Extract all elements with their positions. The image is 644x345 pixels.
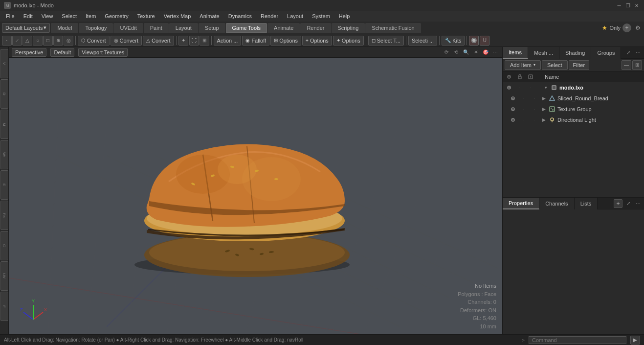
convert-button-1[interactable]: ⬡ Convert [78, 36, 110, 46]
default-view-tab[interactable]: Default [50, 48, 74, 57]
close-button[interactable]: ✕ [633, 2, 640, 9]
items-tab-groups[interactable]: Groups [591, 47, 621, 59]
pivot-button[interactable]: ⊕ [53, 36, 63, 46]
menu-item-animate[interactable]: Animate [196, 12, 223, 20]
convert-button-3[interactable]: △ Convert [143, 36, 174, 46]
layout-tab-scripting[interactable]: Scripting [332, 23, 365, 33]
select-i-button[interactable]: Selecti ... [408, 36, 437, 46]
options-button-3[interactable]: ✦ Options [333, 36, 364, 46]
falloff-button[interactable]: ◉ Falloff [242, 36, 269, 46]
maximize-button[interactable]: ❐ [624, 2, 631, 9]
select-t-button[interactable]: ◻ Select T... [368, 36, 404, 46]
viewport-textures-tab[interactable]: Viewport Textures [78, 48, 128, 57]
layout-tab-render[interactable]: Render [300, 23, 331, 33]
list-item[interactable]: · · ▾ modo.lxo [503, 82, 644, 93]
expand-icon[interactable]: ▶ [541, 95, 547, 101]
list-item[interactable]: · · ▶ Directional Light [503, 115, 644, 125]
properties-tab-properties[interactable]: Properties [503, 198, 539, 209]
layout-tab-setup[interactable]: Setup [199, 23, 225, 33]
ue-icon-button[interactable]: 🔘 [469, 36, 479, 46]
viewport-canvas[interactable]: X Z Y No Items Polygons : Face Channels:… [9, 58, 502, 334]
add-item-button[interactable]: Add Item ▾ [505, 60, 541, 70]
layout-tab-model[interactable]: Model [51, 23, 78, 33]
list-item[interactable]: · · ▶ Sliced_Round_Bread [503, 93, 644, 104]
execute-command-button[interactable]: ▶ [630, 336, 640, 345]
panel-options-icon[interactable]: ⋯ [634, 49, 642, 57]
add-property-button[interactable]: + [614, 199, 622, 208]
center-button[interactable]: ◎ [64, 36, 73, 46]
transform-icon[interactable]: ✦ [178, 36, 188, 46]
viewport[interactable]: Perspective Default Viewport Textures ⟳ … [9, 47, 502, 334]
menu-item-geometry[interactable]: Geometry [101, 12, 132, 20]
command-input[interactable] [529, 336, 626, 344]
layout-tab-layout[interactable]: Layout [169, 23, 198, 33]
layout-tab-uvedit[interactable]: UVEdit [113, 23, 143, 33]
items-filter-icon[interactable]: ⊞ [632, 60, 642, 70]
select-button[interactable]: Select [542, 60, 568, 70]
vertices-mode-button[interactable]: · [2, 36, 12, 46]
props-options-icon[interactable]: ⋯ [634, 200, 642, 207]
filter-button[interactable]: Filter [569, 60, 589, 70]
items-mode-button[interactable]: ○ [33, 36, 43, 46]
materials-mode-button[interactable]: □ [43, 36, 53, 46]
minimize-button[interactable]: ─ [616, 2, 622, 9]
eye-icon[interactable] [506, 85, 512, 91]
eye-icon[interactable] [510, 106, 516, 112]
symmetry-button[interactable]: ⊞ [200, 36, 209, 46]
menu-item-texture[interactable]: Texture [133, 12, 159, 20]
unreal-button[interactable]: U [480, 36, 489, 46]
list-item[interactable]: · · ▶ Texture Group [503, 104, 644, 115]
add-layout-button[interactable]: + [622, 23, 631, 32]
convert-button-2[interactable]: ◎ Convert [111, 36, 142, 46]
sidebar-tab-2[interactable]: M [0, 110, 8, 139]
layout-tab-paint[interactable]: Paint [144, 23, 169, 33]
snap-button[interactable]: ⛶ [189, 36, 199, 46]
render-icon[interactable]: 🎯 [482, 48, 489, 56]
expand-panel-icon[interactable]: ⤢ [624, 49, 632, 57]
items-tab-mesh[interactable]: Mesh ... [528, 47, 559, 59]
sidebar-tab-3[interactable]: W: [0, 140, 8, 169]
zoom-icon[interactable]: 🔍 [462, 48, 470, 56]
sidebar-tab-4[interactable]: E [0, 170, 8, 200]
menu-item-help[interactable]: Help [335, 12, 354, 20]
menu-item-system[interactable]: System [308, 12, 334, 20]
items-collapse-icon[interactable]: — [622, 60, 631, 70]
eye-icon[interactable] [510, 117, 516, 123]
perspective-view-tab[interactable]: Perspective [12, 48, 46, 57]
layout-tab-animate[interactable]: Animate [267, 23, 300, 33]
properties-tab-channels[interactable]: Channels [539, 198, 574, 209]
layout-dropdown[interactable]: Default Layouts ▾ [2, 23, 50, 33]
kits-button[interactable]: 🔧 Kits [442, 36, 465, 46]
edges-mode-button[interactable]: ⟋ [12, 36, 22, 46]
properties-tab-lists[interactable]: Lists [575, 198, 598, 209]
menu-item-dynamics[interactable]: Dynamics [224, 12, 256, 20]
eye-icon[interactable] [510, 95, 516, 101]
rotate-view-icon[interactable]: ⟳ [443, 48, 450, 56]
sidebar-tab-7[interactable]: UV [0, 261, 8, 291]
sidebar-tab-0[interactable]: V [0, 49, 8, 78]
items-tab-shading[interactable]: Shading [559, 47, 591, 59]
expand-icon[interactable]: ▶ [541, 106, 547, 112]
menu-item-edit[interactable]: Edit [20, 12, 37, 20]
menu-item-render[interactable]: Render [257, 12, 282, 20]
orbit-view-icon[interactable]: ⟲ [452, 48, 460, 56]
menu-item-select[interactable]: Select [58, 12, 81, 20]
polygons-mode-button[interactable]: △ [22, 36, 32, 46]
options-button-1[interactable]: ⊞ Options [270, 36, 301, 46]
layout-settings-icon[interactable]: ⚙ [633, 23, 642, 32]
options-button-2[interactable]: + Options [302, 36, 332, 46]
layout-tab-schematic-fusion[interactable]: Schematic Fusion [365, 23, 421, 33]
lighting-icon[interactable]: ☀ [472, 48, 480, 56]
action-button[interactable]: Action ... [214, 36, 242, 46]
layout-tab-topology[interactable]: Topology [79, 23, 113, 33]
menu-item-file[interactable]: File [2, 12, 19, 20]
layout-tab-game-tools[interactable]: Game Tools [226, 23, 267, 33]
expand-props-icon[interactable]: ⤢ [624, 200, 632, 207]
menu-item-vertex-map[interactable]: Vertex Map [160, 12, 195, 20]
more-options-icon[interactable]: ⋯ [491, 48, 499, 56]
menu-item-layout[interactable]: Layout [283, 12, 307, 20]
expand-icon[interactable]: ▶ [541, 117, 547, 123]
items-tab-items[interactable]: Items [503, 47, 528, 59]
sidebar-tab-1[interactable]: D [0, 79, 8, 109]
expand-icon[interactable]: ▾ [543, 85, 549, 91]
